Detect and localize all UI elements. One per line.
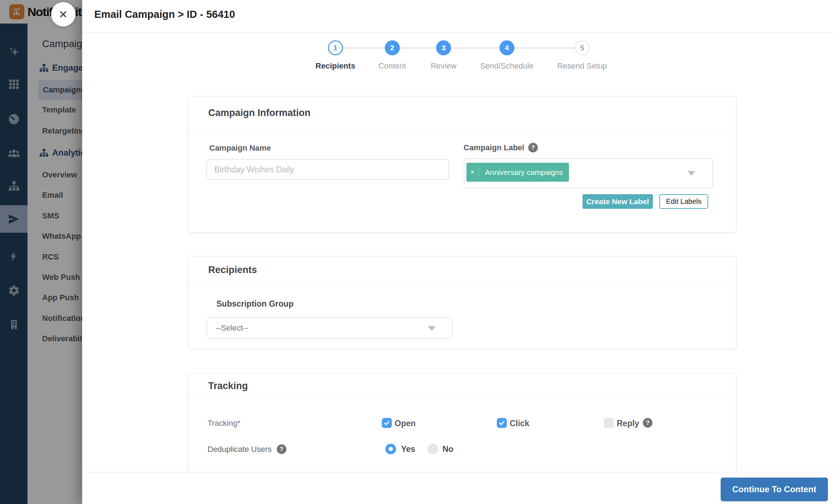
section-title: Tracking [208,380,248,392]
tag-text: Anniversary campaigns [479,168,569,177]
help-icon[interactable]: ? [528,143,538,152]
section-divider [188,398,736,399]
section-title: Recipients [208,264,257,276]
step-content[interactable]: 2 Content [378,40,406,71]
step-label: Content [378,61,406,71]
tracking-row-label: Tracking* [208,419,240,428]
section-divider [188,129,736,129]
modal-footer: Continue To Content [82,472,835,504]
step-label: Recipients [315,61,355,71]
edit-labels-button[interactable]: Edit Labels [659,194,708,209]
modal-header-divider [82,32,835,33]
modal-backdrop[interactable] [0,0,82,504]
continue-to-content-button[interactable]: Continue To Content [721,478,828,501]
click-checkbox[interactable] [497,418,507,428]
dedupe-no-radio[interactable] [428,444,438,454]
recipients-card: Recipients Subscription Group --Select-- [188,256,736,349]
step-label: Review [431,61,456,71]
modal-title: Email Campaign > ID - 56410 [94,9,235,20]
subscription-group-label: Subscription Group [216,299,294,309]
select-value: --Select-- [216,323,248,333]
step-recipients[interactable]: 1 Recipients [315,40,355,71]
step-label: Resend Setup [557,61,607,71]
section-divider [188,283,736,283]
dedupe-label: Deduplicate Users [208,445,272,454]
reply-checkbox[interactable] [604,418,614,428]
campaign-label-select[interactable]: × Anniversary campaigns [464,158,713,188]
chevron-down-icon [688,171,695,176]
step-number: 2 [385,40,400,55]
help-icon[interactable]: ? [643,418,652,428]
campaign-label-tag: × Anniversary campaigns [466,163,569,182]
step-number: 3 [436,40,451,55]
stepper-connector [335,47,582,49]
step-number: 1 [328,40,343,55]
step-send-schedule[interactable]: 4 Send/Schedule [480,40,533,71]
dedupe-label-row: Deduplicate Users ? [208,444,286,454]
campaign-name-label: Campaign Name [209,143,271,153]
campaign-name-input[interactable] [206,159,449,180]
open-checkbox-label[interactable]: Open [395,419,416,428]
section-title: Campaign Information [208,107,311,119]
step-review[interactable]: 3 Review [431,40,456,71]
reply-checkbox-label[interactable]: Reply [617,419,639,428]
click-checkbox-label[interactable]: Click [510,419,529,428]
remove-tag-icon[interactable]: × [466,168,479,176]
step-resend-setup[interactable]: 5 Resend Setup [557,40,607,71]
campaign-label-label: Campaign Label [464,143,524,152]
screen: NotifyVisitors Cam [0,0,835,504]
step-label: Send/Schedule [480,61,533,71]
dedupe-yes-radio[interactable] [385,444,396,454]
close-icon [58,9,69,20]
open-checkbox[interactable] [382,418,392,428]
close-button[interactable] [51,2,75,26]
create-new-label-button[interactable]: Create New Label [582,194,653,209]
email-campaign-modal: Email Campaign > ID - 56410 1 Recipients… [82,0,835,504]
subscription-group-select[interactable]: --Select-- [207,317,452,339]
check-icon [383,419,390,427]
check-icon [498,419,505,427]
tracking-card: Tracking Tracking* Open Click Reply ? De… [188,373,736,475]
step-number: 5 [575,40,590,55]
step-number: 4 [499,40,514,55]
campaign-label-label-row: Campaign Label ? [464,143,538,152]
help-icon[interactable]: ? [277,444,286,454]
chevron-down-icon [428,326,436,331]
dedupe-no-label[interactable]: No [442,444,454,454]
dedupe-yes-label[interactable]: Yes [401,444,415,454]
campaign-information-card: Campaign Information Campaign Name Campa… [188,96,736,233]
